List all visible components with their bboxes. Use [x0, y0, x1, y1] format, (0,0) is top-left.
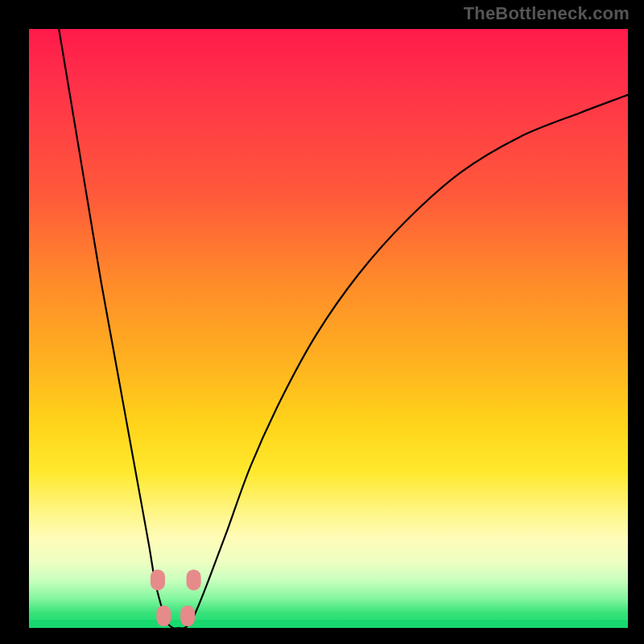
- curve-marker-2: [180, 605, 195, 626]
- curve-marker-0: [151, 569, 165, 590]
- curve-markers: [151, 569, 201, 626]
- watermark-text: TheBottleneck.com: [464, 3, 630, 24]
- plot-area: [29, 29, 628, 628]
- curve-marker-3: [187, 569, 201, 590]
- curve-marker-1: [156, 605, 171, 626]
- bottleneck-curve-path: [59, 29, 628, 628]
- curve-svg: [29, 29, 628, 628]
